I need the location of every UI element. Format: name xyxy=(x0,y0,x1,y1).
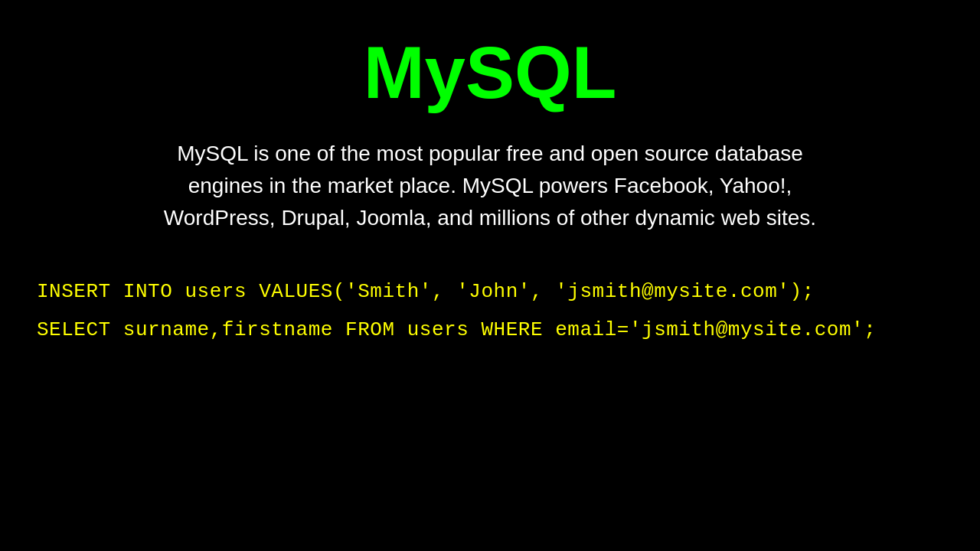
description-text: MySQL is one of the most popular free an… xyxy=(145,138,835,234)
page-title: MySQL xyxy=(364,31,617,115)
sql-select-statement: SELECT surname,firstname FROM users WHER… xyxy=(37,318,980,341)
code-block: INSERT INTO users VALUES('Smith', 'John'… xyxy=(0,280,980,341)
sql-insert-statement: INSERT INTO users VALUES('Smith', 'John'… xyxy=(37,280,980,303)
